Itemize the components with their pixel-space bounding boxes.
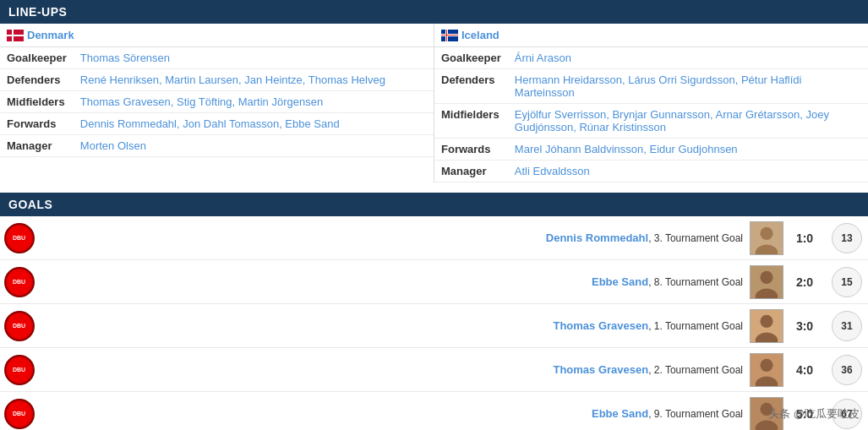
iceland-fwd-label: Forwards <box>434 139 508 161</box>
denmark-midfielders-row: Midfielders Thomas Gravesen, Stig Töftin… <box>0 91 434 113</box>
iceland-mid-label: Midfielders <box>434 104 508 139</box>
goal-player-name: Thomas Gravesen <box>553 363 648 376</box>
minute-value: 36 <box>841 364 852 376</box>
goal-info: Ebbe Sand, 9. Tournament Goal <box>38 407 750 420</box>
iceland-midfielders-row: Midfielders Eyjölfur Sverrisson, Brynjar… <box>434 104 868 139</box>
iceland-team-name: Iceland <box>461 29 500 41</box>
minute-circle: 15 <box>832 267 862 297</box>
lineups-title: LINE-UPS <box>8 5 67 19</box>
goal-score: 3:0 <box>783 319 826 333</box>
goal-info: Thomas Gravesen, 1. Tournament Goal <box>38 319 750 332</box>
iceland-gk-value: Árni Arason <box>508 47 868 69</box>
goal-minute: 36 <box>826 355 868 385</box>
minute-circle: 36 <box>832 355 862 385</box>
goals-section: GOALS DBU Dennis Rommedahl, 3. Tournamen… <box>0 193 868 430</box>
denmark-defenders-row: Defenders René Henriksen, Martin Laursen… <box>0 69 434 91</box>
iceland-team-row: Iceland <box>434 24 868 47</box>
iceland-manager-row: Manager Atli Edvaldsson <box>434 161 868 182</box>
goal-score: 1:0 <box>783 231 826 245</box>
goal-row: DBU Ebbe Sand, 8. Tournament Goal 2:0 15 <box>0 260 868 304</box>
goal-player-name: Ebbe Sand <box>592 407 648 420</box>
iceland-forwards-row: Forwards Marel Jóhann Baldvinsson, Eidur… <box>434 139 868 161</box>
goal-player-name: Ebbe Sand <box>592 275 648 288</box>
iceland-defenders-row: Defenders Hermann Hreidarsson, Lárus Orr… <box>434 69 868 104</box>
goal-desc: , 2. Tournament Goal <box>648 364 743 376</box>
goal-player-photo <box>750 265 783 299</box>
goal-desc: , 1. Tournament Goal <box>648 320 743 332</box>
goal-score: 2:0 <box>783 275 826 289</box>
minute-circle: 31 <box>832 311 862 341</box>
goal-minute: 15 <box>826 267 868 297</box>
goal-minute: 13 <box>826 223 868 253</box>
denmark-gk-label: Goalkeeper <box>0 47 74 69</box>
goal-row: DBU Dennis Rommedahl, 3. Tournament Goal… <box>0 216 868 260</box>
goal-team-badge: DBU <box>0 311 38 341</box>
denmark-def-label: Defenders <box>0 69 74 91</box>
svg-point-7 <box>760 314 772 327</box>
iceland-mid-value: Eyjölfur Sverrisson, Brynjar Gunnarsson,… <box>508 104 868 139</box>
denmark-gk-value: Thomas Sörensen <box>74 47 434 69</box>
goal-player-name: Dennis Rommedahl <box>546 231 648 244</box>
iceland-mgr-label: Manager <box>434 161 508 182</box>
denmark-mid-label: Midfielders <box>0 91 74 113</box>
denmark-flag-icon <box>7 30 24 41</box>
goal-team-badge: DBU <box>0 223 38 253</box>
player-photo-icon <box>751 309 783 343</box>
iceland-def-value: Hermann Hreidarsson, Lárus Orri Sigurdss… <box>508 69 868 104</box>
denmark-table: Goalkeeper Thomas Sörensen Defenders Ren… <box>0 47 434 157</box>
dbu-badge-icon: DBU <box>4 223 35 253</box>
goal-player-photo <box>750 353 783 387</box>
goals-title: GOALS <box>8 198 52 211</box>
denmark-fwd-label: Forwards <box>0 113 74 135</box>
iceland-def-label: Defenders <box>434 69 508 104</box>
minute-circle: 13 <box>832 223 862 253</box>
svg-point-10 <box>760 358 772 371</box>
svg-point-4 <box>760 270 772 283</box>
goal-team-badge: DBU <box>0 267 38 297</box>
player-photo-icon <box>751 353 783 387</box>
goal-row: DBU Thomas Gravesen, 2. Tournament Goal … <box>0 348 868 392</box>
goal-info: Ebbe Sand, 8. Tournament Goal <box>38 275 750 288</box>
lineups-header: LINE-UPS <box>0 0 868 24</box>
minute-value: 15 <box>841 276 852 288</box>
dbu-badge-icon: DBU <box>4 311 35 341</box>
goal-team-badge: DBU <box>0 355 38 385</box>
iceland-lineup: Iceland Goalkeeper Árni Arason Defenders… <box>434 24 868 182</box>
goal-player-name: Thomas Gravesen <box>553 319 648 332</box>
dbu-badge-icon: DBU <box>4 355 35 385</box>
denmark-mgr-value: Morten Olsen <box>74 135 434 157</box>
goals-header: GOALS <box>0 193 868 216</box>
minute-value: 31 <box>841 320 852 332</box>
goal-score: 4:0 <box>783 363 826 377</box>
dbu-badge-icon: DBU <box>4 267 35 297</box>
iceland-gk-label: Goalkeeper <box>434 47 508 69</box>
player-photo-icon <box>751 265 783 299</box>
goal-info: Dennis Rommedahl, 3. Tournament Goal <box>38 231 750 244</box>
denmark-team-row: Denmark <box>0 24 434 47</box>
goal-info: Thomas Gravesen, 2. Tournament Goal <box>38 363 750 376</box>
iceland-table: Goalkeeper Árni Arason Defenders Hermann… <box>434 47 868 182</box>
denmark-goalkeeper-row: Goalkeeper Thomas Sörensen <box>0 47 434 69</box>
goal-team-badge: DBU <box>0 399 38 429</box>
iceland-mgr-value: Atli Edvaldsson <box>508 161 868 182</box>
denmark-mgr-label: Manager <box>0 135 74 157</box>
goal-row: DBU Thomas Gravesen, 1. Tournament Goal … <box>0 304 868 348</box>
goal-row: DBU Ebbe Sand, 9. Tournament Goal 5:0 67 <box>0 392 868 430</box>
denmark-fwd-value: Dennis Rommedahl, Jon Dahl Tomasson, Ebb… <box>74 113 434 135</box>
lineups-section: LINE-UPS Denmark Goalkeeper Thomas Sören… <box>0 0 868 182</box>
denmark-mid-value: Thomas Gravesen, Stig Töfting, Martin Jö… <box>74 91 434 113</box>
watermark: 头条 @吃瓜要吐皮 <box>768 406 860 422</box>
goal-desc: , 3. Tournament Goal <box>648 232 743 244</box>
iceland-flag-icon <box>441 30 458 41</box>
goals-list: DBU Dennis Rommedahl, 3. Tournament Goal… <box>0 216 868 430</box>
denmark-def-value: René Henriksen, Martin Laursen, Jan Hein… <box>74 69 434 91</box>
denmark-lineup: Denmark Goalkeeper Thomas Sörensen Defen… <box>0 24 434 182</box>
goal-player-photo <box>750 221 783 255</box>
goal-desc: , 9. Tournament Goal <box>648 408 743 420</box>
goal-desc: , 8. Tournament Goal <box>648 276 743 288</box>
denmark-forwards-row: Forwards Dennis Rommedahl, Jon Dahl Toma… <box>0 113 434 135</box>
denmark-manager-row: Manager Morten Olsen <box>0 135 434 157</box>
goal-player-photo <box>750 309 783 343</box>
minute-value: 13 <box>841 232 852 244</box>
iceland-goalkeeper-row: Goalkeeper Árni Arason <box>434 47 868 69</box>
